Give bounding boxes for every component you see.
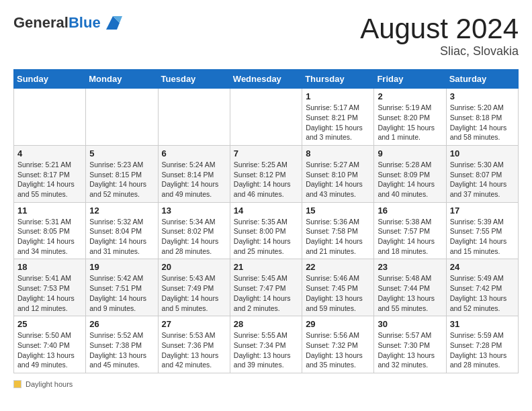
title-block: August 2024 Sliac, Slovakia [360, 13, 519, 58]
day-info: Sunrise: 5:50 AM Sunset: 7:40 PM Dayligh… [17, 330, 82, 370]
day-info: Sunrise: 5:19 AM Sunset: 8:20 PM Dayligh… [378, 103, 442, 142]
weekday-header-tuesday: Tuesday [158, 70, 230, 89]
day-number: 5 [89, 148, 154, 158]
day-number: 2 [378, 91, 442, 101]
day-info: Sunrise: 5:56 AM Sunset: 7:32 PM Dayligh… [306, 330, 370, 370]
calendar-cell [86, 89, 158, 146]
day-info: Sunrise: 5:53 AM Sunset: 7:36 PM Dayligh… [162, 330, 226, 370]
day-number: 12 [89, 205, 154, 216]
weekday-header-wednesday: Wednesday [230, 70, 302, 89]
calendar-cell: 9Sunrise: 5:28 AM Sunset: 8:09 PM Daylig… [374, 145, 446, 202]
day-number: 9 [378, 148, 442, 158]
day-info: Sunrise: 5:32 AM Sunset: 8:04 PM Dayligh… [89, 217, 154, 257]
calendar-cell: 2Sunrise: 5:19 AM Sunset: 8:20 PM Daylig… [374, 89, 446, 146]
day-number: 15 [306, 205, 370, 216]
day-number: 26 [89, 319, 154, 329]
day-number: 11 [17, 205, 82, 216]
day-info: Sunrise: 5:41 AM Sunset: 7:53 PM Dayligh… [17, 273, 82, 313]
calendar-cell: 22Sunrise: 5:46 AM Sunset: 7:45 PM Dayli… [302, 259, 374, 316]
day-info: Sunrise: 5:36 AM Sunset: 7:58 PM Dayligh… [306, 217, 370, 257]
weekday-header-friday: Friday [374, 70, 446, 89]
logo-general: General [13, 14, 69, 31]
day-info: Sunrise: 5:24 AM Sunset: 8:14 PM Dayligh… [162, 160, 226, 199]
calendar-cell [230, 89, 302, 146]
daylight-indicator [13, 380, 21, 388]
calendar-cell: 24Sunrise: 5:49 AM Sunset: 7:42 PM Dayli… [446, 259, 518, 316]
day-info: Sunrise: 5:59 AM Sunset: 7:28 PM Dayligh… [450, 330, 515, 370]
logo-icon [103, 13, 122, 32]
day-number: 23 [378, 262, 442, 272]
day-info: Sunrise: 5:38 AM Sunset: 7:57 PM Dayligh… [378, 217, 442, 257]
calendar-cell: 6Sunrise: 5:24 AM Sunset: 8:14 PM Daylig… [158, 145, 230, 202]
day-number: 25 [17, 319, 82, 329]
day-info: Sunrise: 5:28 AM Sunset: 8:09 PM Dayligh… [378, 160, 442, 199]
week-row-4: 18Sunrise: 5:41 AM Sunset: 7:53 PM Dayli… [14, 259, 519, 316]
day-number: 10 [450, 148, 515, 158]
calendar-cell: 28Sunrise: 5:55 AM Sunset: 7:34 PM Dayli… [230, 316, 302, 373]
day-number: 8 [306, 148, 370, 158]
day-info: Sunrise: 5:49 AM Sunset: 7:42 PM Dayligh… [450, 273, 515, 313]
day-info: Sunrise: 5:46 AM Sunset: 7:45 PM Dayligh… [306, 273, 370, 313]
day-number: 3 [450, 91, 515, 101]
calendar-cell: 29Sunrise: 5:56 AM Sunset: 7:32 PM Dayli… [302, 316, 374, 373]
day-number: 16 [378, 205, 442, 216]
day-info: Sunrise: 5:48 AM Sunset: 7:44 PM Dayligh… [378, 273, 442, 313]
calendar-cell: 20Sunrise: 5:43 AM Sunset: 7:49 PM Dayli… [158, 259, 230, 316]
day-number: 6 [162, 148, 226, 158]
calendar-cell: 16Sunrise: 5:38 AM Sunset: 7:57 PM Dayli… [374, 202, 446, 259]
weekday-header-row: SundayMondayTuesdayWednesdayThursdayFrid… [14, 70, 519, 89]
calendar-cell: 27Sunrise: 5:53 AM Sunset: 7:36 PM Dayli… [158, 316, 230, 373]
calendar-cell: 30Sunrise: 5:57 AM Sunset: 7:30 PM Dayli… [374, 316, 446, 373]
calendar-cell: 5Sunrise: 5:23 AM Sunset: 8:15 PM Daylig… [86, 145, 158, 202]
day-info: Sunrise: 5:20 AM Sunset: 8:18 PM Dayligh… [450, 103, 515, 142]
calendar-cell [14, 89, 86, 146]
day-number: 24 [450, 262, 515, 272]
week-row-3: 11Sunrise: 5:31 AM Sunset: 8:05 PM Dayli… [14, 202, 519, 259]
logo-blue: Blue [69, 14, 101, 31]
calendar-cell: 23Sunrise: 5:48 AM Sunset: 7:44 PM Dayli… [374, 259, 446, 316]
day-number: 31 [450, 319, 515, 329]
calendar-cell: 1Sunrise: 5:17 AM Sunset: 8:21 PM Daylig… [302, 89, 374, 146]
day-number: 29 [306, 319, 370, 329]
footer-label: Daylight hours [26, 380, 73, 388]
calendar-cell: 7Sunrise: 5:25 AM Sunset: 8:12 PM Daylig… [230, 145, 302, 202]
day-info: Sunrise: 5:52 AM Sunset: 7:38 PM Dayligh… [89, 330, 154, 370]
day-info: Sunrise: 5:43 AM Sunset: 7:49 PM Dayligh… [162, 273, 226, 313]
calendar-cell: 19Sunrise: 5:42 AM Sunset: 7:51 PM Dayli… [86, 259, 158, 316]
calendar-cell: 4Sunrise: 5:21 AM Sunset: 8:17 PM Daylig… [14, 145, 86, 202]
calendar-cell [158, 89, 230, 146]
day-info: Sunrise: 5:17 AM Sunset: 8:21 PM Dayligh… [306, 103, 370, 142]
day-number: 4 [17, 148, 82, 158]
day-number: 20 [162, 262, 226, 272]
week-row-5: 25Sunrise: 5:50 AM Sunset: 7:40 PM Dayli… [14, 316, 519, 373]
calendar-table: SundayMondayTuesdayWednesdayThursdayFrid… [13, 69, 519, 373]
day-number: 14 [234, 205, 298, 216]
day-info: Sunrise: 5:31 AM Sunset: 8:05 PM Dayligh… [17, 217, 82, 257]
day-number: 21 [234, 262, 298, 272]
day-info: Sunrise: 5:23 AM Sunset: 8:15 PM Dayligh… [89, 160, 154, 199]
day-number: 18 [17, 262, 82, 272]
calendar-cell: 12Sunrise: 5:32 AM Sunset: 8:04 PM Dayli… [86, 202, 158, 259]
calendar-cell: 3Sunrise: 5:20 AM Sunset: 8:18 PM Daylig… [446, 89, 518, 146]
calendar-cell: 8Sunrise: 5:27 AM Sunset: 8:10 PM Daylig… [302, 145, 374, 202]
day-number: 30 [378, 319, 442, 329]
calendar-cell: 26Sunrise: 5:52 AM Sunset: 7:38 PM Dayli… [86, 316, 158, 373]
calendar-cell: 11Sunrise: 5:31 AM Sunset: 8:05 PM Dayli… [14, 202, 86, 259]
day-info: Sunrise: 5:57 AM Sunset: 7:30 PM Dayligh… [378, 330, 442, 370]
day-info: Sunrise: 5:25 AM Sunset: 8:12 PM Dayligh… [234, 160, 298, 199]
page-header: GeneralBlue August 2024 Sliac, Slovakia [13, 13, 519, 58]
logo: GeneralBlue [13, 13, 122, 32]
day-number: 19 [89, 262, 154, 272]
day-number: 27 [162, 319, 226, 329]
calendar-cell: 13Sunrise: 5:34 AM Sunset: 8:02 PM Dayli… [158, 202, 230, 259]
calendar-cell: 31Sunrise: 5:59 AM Sunset: 7:28 PM Dayli… [446, 316, 518, 373]
day-number: 1 [306, 91, 370, 101]
day-number: 28 [234, 319, 298, 329]
calendar-cell: 21Sunrise: 5:45 AM Sunset: 7:47 PM Dayli… [230, 259, 302, 316]
day-info: Sunrise: 5:30 AM Sunset: 8:07 PM Dayligh… [450, 160, 515, 199]
calendar-cell: 18Sunrise: 5:41 AM Sunset: 7:53 PM Dayli… [14, 259, 86, 316]
day-info: Sunrise: 5:55 AM Sunset: 7:34 PM Dayligh… [234, 330, 298, 370]
day-info: Sunrise: 5:27 AM Sunset: 8:10 PM Dayligh… [306, 160, 370, 199]
weekday-header-saturday: Saturday [446, 70, 518, 89]
location: Sliac, Slovakia [360, 44, 519, 58]
